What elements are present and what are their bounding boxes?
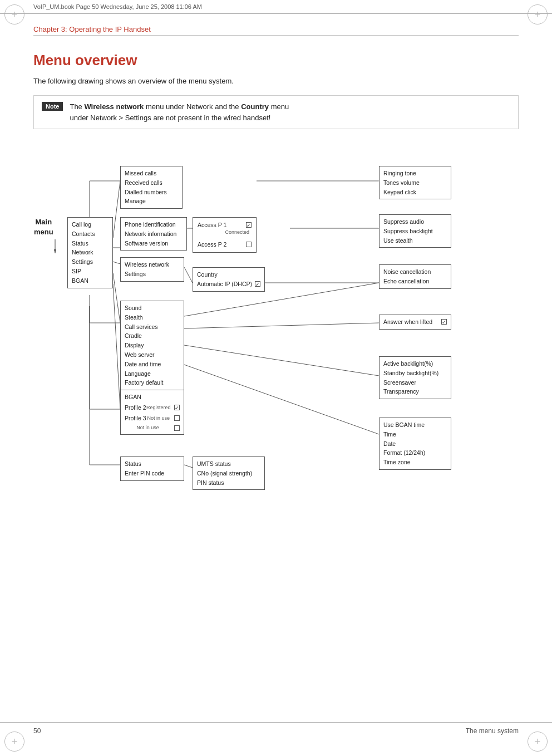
footer-page-number: 50 (33, 727, 41, 735)
note-box: Note The Wireless network menu under Net… (33, 95, 519, 129)
stealth-item: Stealth (125, 313, 180, 322)
language-item: Language (125, 369, 180, 379)
wireless-box: Wireless network Settings (120, 257, 184, 282)
access-p2-label: Access P 2 (198, 240, 226, 249)
date-time-item: Date and time (125, 360, 180, 369)
date-item: Date (383, 439, 447, 449)
sound-box: Sound Stealth Call services Cradle Displ… (120, 301, 184, 390)
access-p1-label: Access P 1 (198, 220, 226, 230)
use-stealth-item: Use stealth (383, 236, 447, 246)
not-in-use-2-label: Not in use (136, 424, 159, 431)
svg-line-16 (184, 267, 193, 283)
status-box: Status Enter PIN code (120, 456, 184, 481)
note-text: The Wireless network menu under Network … (70, 101, 289, 123)
main-items-box: Call log Contacts Status Network Setting… (67, 217, 113, 288)
noise-cancellation-item: Noise cancellation (383, 267, 447, 277)
access-box: Access P 1 Connected Access P 2 (193, 217, 257, 253)
call-services-item: Call services (125, 322, 180, 332)
backlight-box: Active backlight(%) Standby backlight(%)… (379, 356, 451, 399)
network-info-item: Network information (125, 229, 183, 239)
main-item-contacts: Contacts (72, 229, 109, 239)
svg-line-7 (113, 273, 120, 323)
use-bgan-time-item: Use BGAN time (383, 420, 447, 430)
book-info: VoIP_UM.book Page 50 Wednesday, June 25,… (33, 3, 202, 10)
software-version-item: Software version (125, 239, 183, 248)
svg-line-21 (184, 323, 379, 328)
settings-item: Settings (125, 269, 180, 279)
registered-checkbox (174, 405, 180, 410)
transparency-item: Transparency (383, 387, 447, 396)
profile3-label: Profile 3 (125, 414, 146, 423)
page-footer: 50 The menu system (0, 722, 552, 739)
calllog-received: Received calls (125, 178, 178, 188)
answer-box: Answer when lifted (379, 315, 451, 330)
time-item: Time (383, 430, 447, 439)
main-item-network: Network (72, 248, 109, 257)
tones-volume-item: Tones volume (383, 178, 447, 188)
not-in-use-1-label: Not in use (147, 414, 170, 422)
diagram-area: Main menu Call log Contacts Status Netwo… (34, 145, 518, 523)
phone-id-item: Phone identification (125, 220, 183, 229)
umts-status-item: UMTS status (197, 459, 260, 469)
main-item-settings: Settings (72, 257, 109, 267)
wireless-network-item: Wireless network (125, 260, 180, 269)
suppress-box: Suppress audio Suppress backlight Use st… (379, 214, 451, 248)
suppress-backlight-item: Suppress backlight (383, 227, 447, 236)
svg-line-6 (113, 262, 120, 264)
cradle-item: Cradle (125, 331, 180, 341)
active-backlight-item: Active backlight(%) (383, 359, 447, 369)
answer-lifted-checkbox (441, 319, 447, 325)
access-p1-checkbox (246, 222, 252, 228)
bgan-profiles-box: BGAN Profile 2 Registered Profile 3 Not … (120, 390, 184, 435)
svg-line-2 (113, 181, 120, 238)
bgan-time-box: Use BGAN time Time Date Format (12/24h) … (379, 418, 451, 470)
suppress-audio-item: Suppress audio (383, 217, 447, 227)
access-p2-checkbox (246, 242, 252, 247)
ringing-tone-item: Ringing tone (383, 169, 447, 178)
noise-box: Noise cancellation Echo cancellation (379, 264, 451, 289)
calllog-manage: Manage (125, 197, 178, 206)
main-item-status: Status (72, 239, 109, 248)
bgan-label: BGAN (125, 392, 141, 402)
display-item: Display (125, 341, 180, 350)
screensaver-item: Screensaver (383, 378, 447, 387)
time-zone-item: Time zone (383, 458, 447, 467)
main-item-calllog: Call log (72, 220, 109, 229)
keypad-click-item: Keypad click (383, 188, 447, 197)
status-item: Status (125, 459, 180, 469)
pin-status-item: PIN status (197, 478, 260, 488)
registered-label: Registered (146, 404, 171, 411)
enter-pin-item: Enter PIN code (125, 469, 180, 478)
web-server-item: Web server (125, 350, 180, 360)
main-item-sip: SIP (72, 267, 109, 276)
connected-label: Connected (225, 228, 249, 236)
standby-backlight-item: Standby backlight(%) (383, 369, 447, 378)
svg-line-22 (184, 345, 379, 376)
section-title: Menu overview (33, 52, 519, 69)
calllog-box: Missed calls Received calls Dialled numb… (120, 166, 183, 209)
phone-id-box: Phone identification Network information… (120, 217, 187, 251)
svg-line-24 (184, 465, 193, 468)
svg-line-23 (184, 365, 379, 434)
footer-chapter-name: The menu system (466, 727, 519, 735)
calllog-missed: Missed calls (125, 169, 178, 178)
factory-default-item: Factory default (125, 378, 180, 387)
intro-text: The following drawing shows an overview … (33, 77, 519, 85)
top-bar: VoIP_UM.book Page 50 Wednesday, June 25,… (0, 0, 552, 14)
echo-cancellation-item: Echo cancellation (383, 277, 447, 286)
profile2-label: Profile 2 (125, 403, 146, 413)
country-box: Country Automatic IP (DHCP) (193, 267, 265, 292)
not-in-use-2-checkbox (174, 425, 180, 431)
answer-when-lifted-item: Answer when lifted (383, 317, 432, 327)
automatic-ip-item: Automatic IP (DHCP) (197, 279, 252, 289)
chapter-heading: Chapter 3: Operating the IP Handset (33, 25, 519, 36)
main-item-bgan: BGAN (72, 276, 109, 286)
automatic-ip-checkbox (255, 281, 260, 287)
main-menu-label: Main menu (34, 217, 53, 237)
not-in-use-1-checkbox (174, 415, 180, 421)
calllog-dialled: Dialled numbers (125, 188, 178, 197)
cno-item: CNo (signal strength) (197, 469, 260, 478)
note-badge: Note (42, 102, 63, 111)
sound-item: Sound (125, 303, 180, 313)
country-item: Country (197, 270, 260, 279)
